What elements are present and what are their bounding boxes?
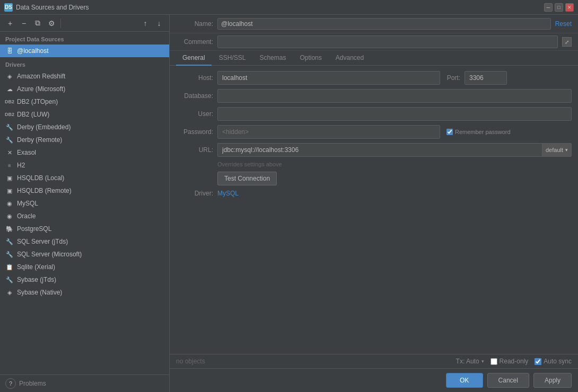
autosync-control: Auto sync	[535, 358, 572, 365]
add-button[interactable]: +	[4, 17, 16, 29]
driver-row: Driver: MySQL	[176, 190, 572, 197]
driver-label: Oracle	[17, 212, 36, 220]
autosync-label: Auto sync	[544, 358, 572, 365]
driver-label: Exasol	[17, 149, 36, 156]
url-row: URL: default ▾	[176, 143, 572, 157]
driver-icon: 🔧	[5, 250, 14, 259]
driver-icon: 🔧	[5, 136, 14, 144]
main-layout: + − ⧉ ⚙ ↑ ↓ Project Data Sources 🗄 @loca…	[0, 15, 578, 392]
driver-icon: ◉	[5, 212, 14, 220]
driver-link[interactable]: MySQL	[217, 190, 239, 197]
driver-h2[interactable]: ≡ H2	[0, 159, 169, 172]
readonly-checkbox[interactable]	[491, 358, 497, 365]
driver-hsqldb-local[interactable]: ▣ HSQLDB (Local)	[0, 172, 169, 184]
driver-label: PostgreSQL	[17, 225, 51, 233]
driver-db2-luw[interactable]: DB2 DB2 (LUW)	[0, 108, 169, 121]
host-label: Host:	[176, 74, 213, 82]
database-input[interactable]	[217, 89, 572, 103]
name-input[interactable]	[217, 18, 551, 30]
tab-sshssl[interactable]: SSH/SSL	[213, 51, 252, 66]
minimize-button[interactable]: ─	[544, 3, 553, 12]
cancel-button[interactable]: Cancel	[487, 373, 529, 388]
comment-label: Comment:	[176, 38, 213, 46]
apply-button[interactable]: Apply	[533, 373, 572, 388]
test-connection-button[interactable]: Test Connection	[217, 172, 277, 185]
driver-mysql[interactable]: ◉ MySQL	[0, 197, 169, 210]
driver-icon: 🐘	[5, 225, 14, 233]
port-input[interactable]	[465, 71, 507, 85]
driver-sqlite[interactable]: 📋 Sqlite (Xerial)	[0, 261, 169, 273]
remember-password-checkbox[interactable]	[446, 129, 453, 135]
tab-options[interactable]: Options	[293, 51, 328, 66]
settings-button[interactable]: ⚙	[46, 17, 57, 29]
url-scheme-dropdown[interactable]: default ▾	[542, 143, 572, 157]
host-input[interactable]	[217, 71, 440, 85]
sidebar: + − ⧉ ⚙ ↑ ↓ Project Data Sources 🗄 @loca…	[0, 15, 170, 392]
driver-icon: DB2	[5, 97, 14, 106]
driver-amazon-redshift[interactable]: ◈ Amazon Redshift	[0, 70, 169, 83]
app-icon: DS	[4, 3, 13, 12]
driver-sybase-jtds[interactable]: 🔧 Sybase (jTds)	[0, 273, 169, 286]
driver-hsqldb-remote[interactable]: ▣ HSQLDB (Remote)	[0, 184, 169, 197]
driver-label: Sqlite (Xerial)	[17, 263, 55, 271]
move-up-button[interactable]: ↑	[139, 17, 151, 29]
driver-derby-embedded[interactable]: 🔧 Derby (Embedded)	[0, 121, 169, 133]
autosync-checkbox[interactable]	[535, 358, 541, 365]
content-panel: Name: Reset Comment: ⤢ General SSH/SSL S…	[170, 15, 578, 392]
window-controls: ─ □ ✕	[544, 3, 574, 12]
password-input[interactable]	[217, 125, 440, 139]
help-button[interactable]: ?	[5, 378, 16, 389]
expand-comment-button[interactable]: ⤢	[562, 37, 572, 47]
driver-icon: ▣	[5, 186, 14, 195]
readonly-label: Read-only	[500, 358, 529, 365]
chevron-down-icon: ▾	[565, 147, 568, 153]
database-label: Database:	[176, 92, 213, 100]
driver-label: Derby (Embedded)	[17, 123, 71, 131]
move-down-button[interactable]: ↓	[153, 17, 165, 29]
form-area: Host: Port: Database: User: Password:	[170, 66, 578, 354]
sidebar-toolbar: + − ⧉ ⚙ ↑ ↓	[0, 15, 169, 32]
tab-general[interactable]: General	[176, 51, 212, 66]
driver-db2-jtopen[interactable]: DB2 DB2 (JTOpen)	[0, 95, 169, 108]
driver-label: HSQLDB (Remote)	[17, 187, 72, 194]
url-input[interactable]	[217, 143, 542, 157]
driver-label: HSQLDB (Local)	[17, 174, 64, 182]
tab-schemas[interactable]: Schemas	[253, 51, 292, 66]
password-row: Password: Remember password	[176, 125, 572, 139]
drivers-section: Drivers ◈ Amazon Redshift ☁ Azure (Micro…	[0, 57, 169, 375]
driver-sybase-native[interactable]: ◈ Sybase (Native)	[0, 286, 169, 299]
driver-label: SQL Server (jTds)	[17, 238, 68, 245]
user-input[interactable]	[217, 107, 572, 121]
problems-label: Problems	[19, 380, 46, 387]
bottom-right: Tx: Auto ▾ Read-only Auto sync	[456, 358, 572, 365]
tx-control[interactable]: Tx: Auto ▾	[456, 358, 484, 365]
driver-label: Sybase (Native)	[17, 289, 62, 296]
tabs-bar: General SSH/SSL Schemas Options Advanced	[170, 51, 578, 66]
driver-azure[interactable]: ☁ Azure (Microsoft)	[0, 83, 169, 95]
comment-input[interactable]	[217, 35, 558, 48]
driver-sqlserver-microsoft[interactable]: 🔧 SQL Server (Microsoft)	[0, 248, 169, 261]
close-button[interactable]: ✕	[565, 3, 574, 12]
driver-label: H2	[17, 162, 25, 169]
driver-icon: ◈	[5, 72, 14, 81]
project-section-title: Project Data Sources	[0, 32, 169, 44]
reset-link[interactable]: Reset	[555, 20, 572, 28]
driver-label: MySQL	[17, 200, 38, 207]
driver-derby-remote[interactable]: 🔧 Derby (Remote)	[0, 133, 169, 146]
title-bar-text: Data Sources and Drivers	[16, 4, 541, 11]
tab-advanced[interactable]: Advanced	[329, 51, 370, 66]
remove-button[interactable]: −	[18, 17, 30, 29]
port-label: Port:	[444, 74, 460, 82]
bottom-left: no objects	[176, 358, 205, 365]
driver-icon: 🔧	[5, 275, 14, 284]
driver-icon: ◈	[5, 288, 14, 297]
ok-button[interactable]: OK	[446, 373, 483, 388]
driver-sqlserver-jtds[interactable]: 🔧 SQL Server (jTds)	[0, 235, 169, 248]
driver-label: Amazon Redshift	[17, 73, 65, 80]
copy-button[interactable]: ⧉	[32, 17, 43, 29]
sidebar-item-localhost[interactable]: 🗄 @localhost	[0, 44, 169, 57]
driver-oracle[interactable]: ◉ Oracle	[0, 210, 169, 222]
driver-postgresql[interactable]: 🐘 PostgreSQL	[0, 222, 169, 235]
maximize-button[interactable]: □	[555, 3, 563, 12]
driver-exasol[interactable]: ✕ Exasol	[0, 146, 169, 159]
